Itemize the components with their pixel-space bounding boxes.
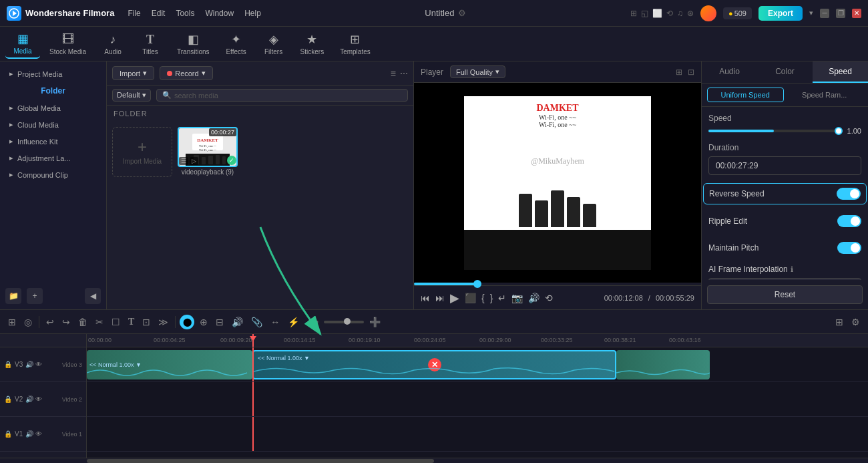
- nav-icon-4[interactable]: ⟲: [666, 9, 673, 18]
- tl-undo-btn[interactable]: ↩: [43, 315, 57, 329]
- tl-transition-btn[interactable]: ↔: [268, 315, 282, 329]
- sidebar-item-compound-clip[interactable]: ▸ Compound Clip: [0, 166, 106, 183]
- import-placeholder[interactable]: + Import Media: [112, 127, 172, 177]
- menu-tools[interactable]: Tools: [176, 9, 194, 18]
- tool-transitions[interactable]: ◧ Transitions: [170, 29, 216, 58]
- tl-title-btn[interactable]: T: [126, 315, 137, 329]
- progress-container[interactable]: [414, 283, 701, 285]
- track-eye-icon-v2[interactable]: 👁: [35, 396, 42, 403]
- play-btn[interactable]: ▶: [450, 291, 459, 305]
- tl-speed-btn[interactable]: ⚡: [285, 315, 302, 329]
- reset-button[interactable]: Reset: [707, 285, 863, 304]
- screenshot-btn[interactable]: 📷: [511, 293, 523, 303]
- tl-zoom-handle[interactable]: [344, 318, 351, 325]
- export-button[interactable]: Export: [758, 6, 803, 21]
- tl-view-btn[interactable]: ⊞: [5, 315, 19, 329]
- minimize-button[interactable]: ─: [820, 9, 829, 18]
- tab-speed[interactable]: Speed: [813, 61, 868, 83]
- ripple-edit-toggle[interactable]: [837, 215, 861, 227]
- frame-back-btn[interactable]: ⏭: [435, 293, 445, 303]
- tl-snap-btn[interactable]: ◎: [21, 315, 35, 329]
- menu-file[interactable]: File: [128, 9, 140, 18]
- more-icon[interactable]: ⋯: [400, 69, 408, 78]
- info-icon[interactable]: ℹ: [791, 265, 793, 274]
- tl-cut-btn[interactable]: ✂: [93, 315, 106, 329]
- export-dropdown[interactable]: ▾: [809, 9, 813, 17]
- clip-v3-right[interactable]: [616, 350, 710, 379]
- tl-minus-btn[interactable]: ➖: [304, 315, 321, 329]
- nav-icon-6[interactable]: ⊛: [687, 9, 694, 18]
- sidebar-collapse-btn[interactable]: ◀: [85, 288, 101, 304]
- grid-view-icon[interactable]: ⊞: [676, 67, 682, 77]
- maintain-pitch-toggle[interactable]: [837, 242, 861, 254]
- sort-icon[interactable]: ≡: [391, 68, 396, 79]
- sidebar-add-folder-btn[interactable]: 📁: [5, 288, 21, 304]
- tl-grid-btn[interactable]: ⊞: [833, 315, 846, 329]
- user-avatar[interactable]: [700, 5, 716, 21]
- subtab-uniform-speed[interactable]: Uniform Speed: [707, 88, 784, 102]
- reverse-speed-toggle[interactable]: [837, 188, 861, 200]
- tl-effects-btn[interactable]: ⊡: [140, 315, 153, 329]
- tl-crop-btn[interactable]: ☐: [109, 315, 123, 329]
- nav-icon-1[interactable]: ⊞: [630, 9, 637, 18]
- speed-slider-handle[interactable]: [835, 127, 843, 135]
- track-audio-icon-v3[interactable]: 🔊: [25, 361, 33, 368]
- sidebar-item-global-media[interactable]: ▸ Global Media: [0, 100, 106, 116]
- loop-btn[interactable]: ⟲: [545, 293, 553, 303]
- nav-icon-2[interactable]: ◱: [641, 9, 648, 18]
- progress-handle[interactable]: [473, 280, 481, 288]
- nav-icon-5[interactable]: ♫: [677, 9, 683, 18]
- tab-color[interactable]: Color: [757, 61, 813, 83]
- restore-button[interactable]: ❐: [836, 9, 845, 18]
- timeline-scrollbar[interactable]: [0, 458, 868, 463]
- tl-zoom-btn-1[interactable]: ⊕: [197, 315, 210, 329]
- track-eye-icon-v1[interactable]: 👁: [35, 430, 42, 438]
- ripple-btn[interactable]: ↵: [498, 293, 506, 303]
- nav-icon-3[interactable]: ⬜: [652, 9, 662, 18]
- tool-titles[interactable]: T Titles: [133, 30, 168, 58]
- track-lock-icon-v3[interactable]: 🔒: [4, 361, 12, 368]
- track-audio-icon-v1[interactable]: 🔊: [25, 430, 33, 438]
- tl-type-btn[interactable]: ⊟: [213, 315, 226, 329]
- track-lock-icon-v2[interactable]: 🔒: [4, 396, 12, 403]
- sidebar-item-influence-kit[interactable]: ▸ Influence Kit: [0, 133, 106, 150]
- tool-audio[interactable]: ♪ Audio: [95, 30, 130, 58]
- media-thumbnail-item[interactable]: DAMKET Wi-Fi, one -- Wi-Fi, one -- @Miku…: [178, 127, 238, 177]
- sidebar-item-cloud-media[interactable]: ▸ Cloud Media: [0, 116, 106, 133]
- stop-btn[interactable]: ⬛: [465, 293, 476, 303]
- sidebar-item-folder[interactable]: Folder: [0, 82, 106, 100]
- track-eye-icon-v3[interactable]: 👁: [35, 361, 42, 368]
- menu-edit[interactable]: Edit: [152, 9, 166, 18]
- tl-audio-btn[interactable]: 🔊: [229, 315, 246, 329]
- tl-settings-btn[interactable]: ⚙: [849, 315, 863, 329]
- sidebar-add-btn[interactable]: +: [27, 288, 43, 304]
- menu-window[interactable]: Window: [205, 9, 234, 18]
- quality-select[interactable]: Full Quality ▾: [450, 65, 505, 78]
- clip-v3-main[interactable]: << Normal 1.00x ▼ ✕: [252, 350, 616, 379]
- tool-media[interactable]: ▦ Media: [5, 29, 40, 59]
- import-button[interactable]: Import ▾: [112, 66, 154, 80]
- sidebar-item-project-media[interactable]: ▸ Project Media: [0, 65, 106, 82]
- menu-help[interactable]: Help: [244, 9, 261, 18]
- media-search-box[interactable]: 🔍 search media: [156, 89, 408, 102]
- tool-templates[interactable]: ⊞ Templates: [333, 29, 377, 58]
- volume-btn[interactable]: 🔊: [528, 293, 539, 303]
- tl-split-btn[interactable]: ⬤: [180, 315, 194, 329]
- close-button[interactable]: ✕: [852, 9, 861, 18]
- mark-in-btn[interactable]: {: [481, 293, 485, 303]
- tl-more-btn[interactable]: ≫: [156, 315, 171, 329]
- tl-plus-btn[interactable]: ➕: [367, 315, 383, 329]
- track-audio-icon-v2[interactable]: 🔊: [25, 396, 33, 403]
- record-button[interactable]: Record ▾: [160, 66, 212, 80]
- subtab-speed-ramp[interactable]: Speed Ram...: [787, 88, 863, 102]
- scrollbar-thumb[interactable]: [87, 459, 434, 463]
- duration-input[interactable]: 00:00:27:29: [708, 156, 861, 175]
- tl-zoom-slider[interactable]: [324, 321, 364, 323]
- default-select[interactable]: Default ▾: [112, 89, 151, 102]
- tl-redo-btn[interactable]: ↪: [59, 315, 73, 329]
- skip-back-btn[interactable]: ⏮: [421, 293, 430, 303]
- tool-stock-media[interactable]: 🎞 Stock Media: [43, 30, 93, 58]
- tool-effects[interactable]: ✦ Effects: [219, 29, 254, 58]
- tool-filters[interactable]: ◈ Filters: [256, 29, 291, 58]
- tab-audio[interactable]: Audio: [702, 61, 757, 83]
